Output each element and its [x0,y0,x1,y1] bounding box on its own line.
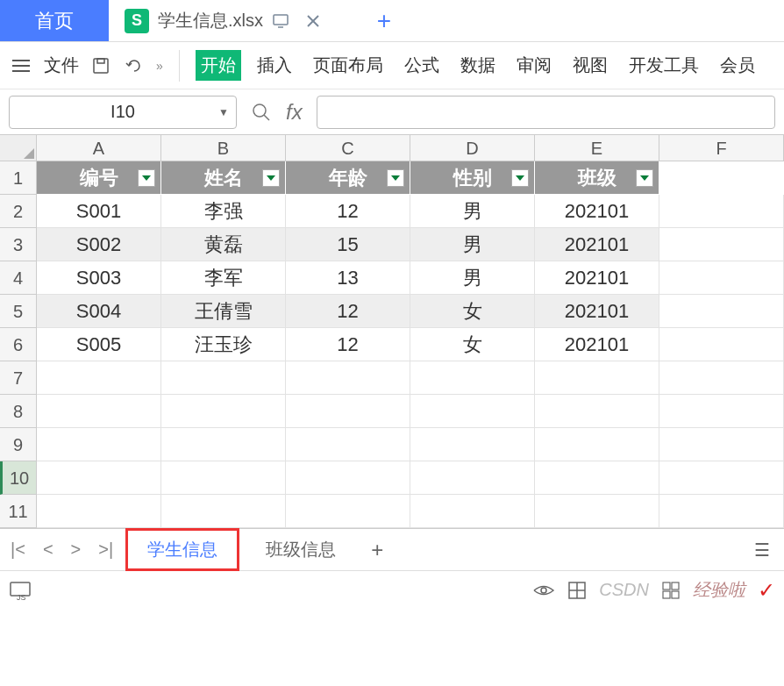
cell[interactable] [286,395,410,428]
data-cell[interactable]: 15 [286,228,410,261]
data-cell[interactable]: S001 [37,195,161,228]
cell[interactable] [286,361,410,395]
cell[interactable] [410,428,535,461]
menu-tab-insert[interactable]: 插入 [252,54,297,77]
data-cell[interactable]: 男 [410,261,535,295]
data-cell[interactable]: 202101 [535,261,659,295]
sheet-nav-next[interactable]: > [66,540,87,560]
data-cell[interactable]: 202101 [535,228,659,261]
data-cell[interactable]: 202101 [535,195,659,228]
data-cell[interactable]: 202101 [535,328,659,361]
cell[interactable] [659,395,784,428]
cell[interactable] [659,161,784,195]
filter-dropdown-icon[interactable] [138,169,155,187]
col-header-c[interactable]: C [286,135,410,161]
cell[interactable] [161,495,286,528]
data-cell[interactable]: 汪玉珍 [161,328,286,361]
row-header[interactable]: 3 [0,228,37,261]
eye-icon[interactable] [532,582,555,598]
sheet-tab-student-info[interactable]: 学生信息 [125,528,239,571]
cell[interactable] [37,495,161,528]
formula-input[interactable] [317,96,775,129]
sheet-nav-first[interactable]: |< [5,540,31,560]
data-cell[interactable]: 李军 [161,261,286,295]
cell[interactable] [37,461,161,495]
cell[interactable] [535,395,659,428]
sheet-list-menu[interactable]: ☰ [745,540,779,561]
data-cell[interactable]: 12 [286,195,410,228]
col-header-d[interactable]: D [410,135,535,161]
select-all-corner[interactable] [0,135,37,161]
cell[interactable] [659,495,784,528]
row-header[interactable]: 7 [0,361,37,395]
row-header[interactable]: 4 [0,261,37,295]
table-header-cell[interactable]: 年龄 [286,161,410,195]
table-header-cell[interactable]: 班级 [535,161,659,195]
sheet-nav-prev[interactable]: < [38,540,59,560]
table-header-cell[interactable]: 编号 [37,161,161,195]
cell[interactable] [659,295,784,328]
col-header-f[interactable]: F [659,135,784,161]
table-header-cell[interactable]: 性别 [410,161,535,195]
layout-icon[interactable] [661,581,681,600]
cell[interactable] [161,361,286,395]
menu-tab-start[interactable]: 开始 [196,50,241,81]
cell[interactable] [410,461,535,495]
cell[interactable] [659,428,784,461]
data-cell[interactable]: 13 [286,261,410,295]
zoom-icon[interactable] [251,102,272,123]
filter-dropdown-icon[interactable] [262,169,280,187]
cell[interactable] [410,395,535,428]
cell[interactable] [286,428,410,461]
data-cell[interactable]: 12 [286,328,410,361]
add-sheet-button[interactable]: + [362,538,392,562]
menu-tab-data[interactable]: 数据 [455,54,501,77]
row-header[interactable]: 8 [0,395,37,428]
cell[interactable] [161,461,286,495]
data-cell[interactable]: 王倩雪 [161,295,286,328]
menu-tab-formula[interactable]: 公式 [399,54,445,77]
file-tab[interactable]: S 学生信息.xlsx [109,0,363,41]
menu-tab-dev[interactable]: 开发工具 [624,54,704,77]
table-header-cell[interactable]: 姓名 [161,161,286,195]
col-header-b[interactable]: B [161,135,286,161]
cell[interactable] [659,361,784,395]
filter-dropdown-icon[interactable] [636,169,653,187]
sheet-tab-class-info[interactable]: 班级信息 [246,531,355,568]
data-cell[interactable]: 女 [410,328,535,361]
data-cell[interactable]: 李强 [161,195,286,228]
data-cell[interactable]: 女 [410,295,535,328]
cell[interactable] [161,428,286,461]
more-quick-access[interactable]: » [156,59,163,73]
grid-view-icon[interactable] [567,581,587,600]
data-cell[interactable]: S004 [37,295,161,328]
menu-tab-member[interactable]: 会员 [715,54,760,77]
row-header[interactable]: 1 [0,161,37,195]
cell[interactable] [659,195,784,228]
undo-icon[interactable] [123,54,146,77]
cell[interactable] [410,361,535,395]
cell[interactable] [286,461,410,495]
row-header[interactable]: 9 [0,428,37,461]
cell[interactable] [535,361,659,395]
cell[interactable] [659,461,784,495]
fx-icon[interactable]: fx [286,100,303,125]
data-cell[interactable]: 202101 [535,295,659,328]
row-header[interactable]: 2 [0,195,37,228]
row-header[interactable]: 5 [0,295,37,328]
name-box-dropdown-icon[interactable]: ▼ [218,106,229,118]
data-cell[interactable]: S003 [37,261,161,295]
sheet-nav-last[interactable]: >| [93,540,118,560]
cell[interactable] [37,428,161,461]
file-menu[interactable]: 文件 [44,54,79,77]
cell[interactable] [410,495,535,528]
close-tab-icon[interactable] [305,13,321,29]
data-cell[interactable]: 男 [410,228,535,261]
cell[interactable] [659,228,784,261]
cell[interactable] [37,361,161,395]
terminal-icon[interactable]: JS [9,581,32,600]
spreadsheet-grid[interactable]: A B C D E F 1编号姓名年龄性别班级2S001李强12男2021013… [0,135,784,528]
cell[interactable] [37,395,161,428]
cell[interactable] [286,495,410,528]
save-icon[interactable] [89,54,112,77]
